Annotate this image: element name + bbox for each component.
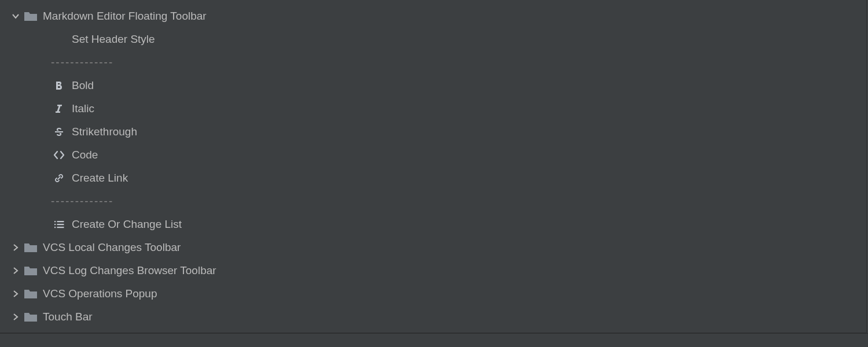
tree-folder-vcs-operations-popup[interactable]: VCS Operations Popup xyxy=(0,282,866,305)
chevron-right-icon[interactable] xyxy=(10,312,21,322)
list-icon xyxy=(51,217,67,231)
folder-icon xyxy=(23,10,38,23)
action-label: Code xyxy=(72,149,98,161)
action-label: Strikethrough xyxy=(72,125,137,138)
separator-text: ------------- xyxy=(51,56,113,69)
tree-folder-label: Markdown Editor Floating Toolbar xyxy=(43,10,207,23)
folder-children: Set Header Style ------------- Bold Ital… xyxy=(0,28,866,236)
action-set-header-style[interactable]: Set Header Style xyxy=(42,28,866,51)
separator: ------------- xyxy=(42,51,866,74)
tree-panel: Markdown Editor Floating Toolbar Set Hea… xyxy=(0,0,867,333)
tree-folder-markdown-editor-floating-toolbar[interactable]: Markdown Editor Floating Toolbar xyxy=(0,5,866,28)
blank-icon xyxy=(51,32,67,46)
chevron-right-icon[interactable] xyxy=(10,265,21,276)
folder-icon xyxy=(23,311,38,323)
strikethrough-icon xyxy=(51,125,67,139)
action-italic[interactable]: Italic xyxy=(42,97,866,120)
action-label: Italic xyxy=(72,102,94,115)
svg-rect-4 xyxy=(57,224,64,225)
action-create-or-change-list[interactable]: Create Or Change List xyxy=(42,213,866,236)
svg-rect-1 xyxy=(54,221,56,222)
action-label: Create Link xyxy=(72,172,128,184)
chevron-right-icon[interactable] xyxy=(10,289,21,299)
separator-text: ------------- xyxy=(51,195,113,208)
action-create-link[interactable]: Create Link xyxy=(42,167,866,190)
action-label: Create Or Change List xyxy=(72,218,182,231)
action-label: Set Header Style xyxy=(72,33,155,46)
svg-rect-5 xyxy=(54,227,56,228)
action-strikethrough[interactable]: Strikethrough xyxy=(42,120,866,143)
tree-folder-label: VCS Local Changes Toolbar xyxy=(43,241,181,254)
tree-folder-vcs-log-changes-browser-toolbar[interactable]: VCS Log Changes Browser Toolbar xyxy=(0,259,866,282)
tree-folder-label: Touch Bar xyxy=(43,311,93,323)
chevron-right-icon[interactable] xyxy=(10,242,21,253)
tree-folder-vcs-local-changes-toolbar[interactable]: VCS Local Changes Toolbar xyxy=(0,236,866,259)
svg-rect-3 xyxy=(54,224,56,225)
action-bold[interactable]: Bold xyxy=(42,74,866,97)
bold-icon xyxy=(51,79,67,93)
svg-rect-0 xyxy=(55,131,63,132)
tree-folder-label: VCS Log Changes Browser Toolbar xyxy=(43,264,216,277)
svg-rect-6 xyxy=(57,227,64,228)
tree-folder-touch-bar[interactable]: Touch Bar xyxy=(0,305,866,328)
italic-icon xyxy=(51,102,67,116)
folder-icon xyxy=(23,287,38,300)
svg-rect-2 xyxy=(57,221,64,222)
tree-folder-label: VCS Operations Popup xyxy=(43,287,157,300)
bottom-strip xyxy=(0,333,868,347)
action-code[interactable]: Code xyxy=(42,143,866,167)
separator: ------------- xyxy=(42,190,866,213)
folder-icon xyxy=(23,241,38,254)
folder-icon xyxy=(23,264,38,277)
action-label: Bold xyxy=(72,79,94,92)
code-icon xyxy=(51,148,67,162)
link-icon xyxy=(51,171,67,185)
chevron-down-icon[interactable] xyxy=(10,11,21,21)
